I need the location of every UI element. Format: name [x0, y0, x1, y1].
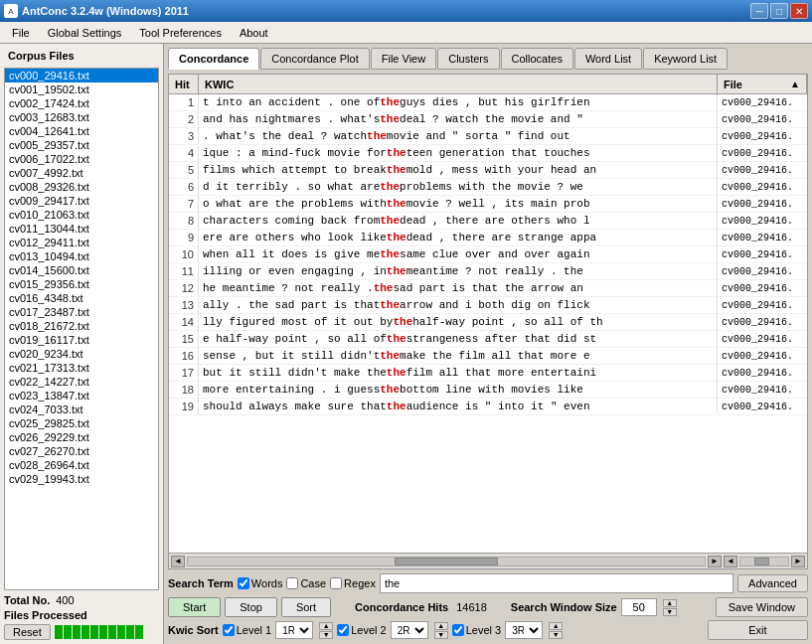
tab-collocates[interactable]: Collocates: [501, 48, 573, 70]
corpus-file-item[interactable]: cv017_23487.txt: [5, 305, 158, 319]
words-checkbox-label[interactable]: Words: [238, 577, 283, 589]
corpus-file-item[interactable]: cv016_4348.txt: [5, 291, 158, 305]
corpus-file-item[interactable]: cv004_12641.txt: [5, 124, 158, 138]
search-input[interactable]: [380, 573, 733, 593]
table-row[interactable]: 15e half-way point , so all of the stran…: [169, 331, 807, 348]
stop-button[interactable]: Stop: [225, 597, 277, 617]
close-button[interactable]: ✕: [790, 3, 808, 19]
tab-word-list[interactable]: Word List: [574, 48, 642, 70]
table-row[interactable]: 10 when all it does is give me the same …: [169, 246, 807, 263]
corpus-file-item[interactable]: cv022_14227.txt: [5, 375, 158, 389]
table-row[interactable]: 9ere are others who look like the dead ,…: [169, 230, 807, 246]
regex-checkbox-label[interactable]: Regex: [330, 577, 376, 589]
horizontal-scrollbar[interactable]: ◄ ► ◄ ►: [169, 553, 807, 568]
corpus-file-item[interactable]: cv005_29357.txt: [5, 138, 158, 152]
level2-spinner-down[interactable]: ▼: [434, 631, 448, 639]
level2-spinner[interactable]: ▲ ▼: [434, 622, 448, 639]
search-window-spinner[interactable]: ▲ ▼: [663, 599, 677, 616]
corpus-file-item[interactable]: cv014_15600.txt: [5, 263, 158, 277]
corpus-file-item[interactable]: cv028_26964.txt: [5, 458, 158, 472]
words-checkbox[interactable]: [238, 577, 249, 589]
menu-file[interactable]: File: [4, 25, 38, 41]
level2-checkbox[interactable]: [337, 624, 349, 636]
corpus-file-item[interactable]: cv010_21063.txt: [5, 208, 158, 222]
table-row[interactable]: 18more entertaining . i guess the bottom…: [169, 382, 807, 399]
horizontal-scroll-track[interactable]: [187, 557, 706, 566]
exit-button[interactable]: Exit: [708, 620, 808, 640]
table-row[interactable]: 12he meantime ? not really . the sad par…: [169, 280, 807, 297]
tab-file-view[interactable]: File View: [371, 48, 436, 70]
level1-checkbox-label[interactable]: Level 1: [223, 624, 271, 636]
tab-clusters[interactable]: Clusters: [437, 48, 499, 70]
spinner-up-button[interactable]: ▲: [663, 599, 677, 607]
table-row[interactable]: 19should always make sure that the audie…: [169, 399, 807, 415]
menu-tool-preferences[interactable]: Tool Preferences: [131, 25, 230, 41]
corpus-file-item[interactable]: cv012_29411.txt: [5, 236, 158, 249]
table-row[interactable]: 1t into an accident . one of the guys di…: [169, 94, 807, 111]
tab-concordance[interactable]: Concordance: [168, 48, 259, 70]
spinner-down-button[interactable]: ▼: [663, 608, 677, 616]
table-row[interactable]: 5films which attempt to break the mold ,…: [169, 162, 807, 179]
table-row[interactable]: 4ique : a mind-fuck movie for the teen g…: [169, 145, 807, 162]
table-row[interactable]: 11illing or even engaging , in the meant…: [169, 263, 807, 280]
table-row[interactable]: 8 characters coming back from the dead ,…: [169, 213, 807, 230]
level3-spinner-up[interactable]: ▲: [549, 622, 563, 630]
corpus-file-item[interactable]: cv024_7033.txt: [5, 402, 158, 416]
table-row[interactable]: 7o what are the problems with the movie …: [169, 196, 807, 213]
scroll-left2-button[interactable]: ◄: [724, 556, 737, 567]
level2-checkbox-label[interactable]: Level 2: [337, 624, 386, 636]
corpus-file-item[interactable]: cv027_26270.txt: [5, 444, 158, 458]
level3-spinner[interactable]: ▲ ▼: [549, 622, 563, 639]
corpus-file-item[interactable]: cv002_17424.txt: [5, 96, 158, 110]
corpus-file-item[interactable]: cv000_29416.txt: [5, 69, 158, 82]
case-checkbox-label[interactable]: Case: [286, 577, 326, 589]
save-window-button[interactable]: Save Window: [716, 597, 808, 617]
level1-spinner-down[interactable]: ▼: [319, 631, 333, 639]
level3-spinner-down[interactable]: ▼: [549, 631, 563, 639]
search-window-input[interactable]: [621, 598, 657, 616]
level1-spinner[interactable]: ▲ ▼: [319, 622, 333, 639]
scroll-right-button[interactable]: ►: [708, 556, 722, 567]
tab-keyword-list[interactable]: Keyword List: [643, 48, 728, 70]
corpus-file-item[interactable]: cv029_19943.txt: [5, 472, 158, 486]
level1-select[interactable]: 1R1L2R2L: [275, 621, 313, 639]
sort-file-icon[interactable]: ▲: [790, 79, 800, 89]
level3-select[interactable]: 3R1L1R2L2R: [505, 621, 543, 639]
corpus-file-item[interactable]: cv001_19502.txt: [5, 82, 158, 96]
menu-about[interactable]: About: [232, 25, 276, 41]
table-row[interactable]: 14lly figured most of it out by the half…: [169, 314, 807, 331]
corpus-file-item[interactable]: cv023_13847.txt: [5, 389, 158, 402]
corpus-file-item[interactable]: cv018_21672.txt: [5, 319, 158, 333]
corpus-file-item[interactable]: cv007_4992.txt: [5, 166, 158, 180]
scroll-left-button[interactable]: ◄: [171, 556, 185, 567]
level1-checkbox[interactable]: [223, 624, 235, 636]
level3-checkbox[interactable]: [452, 624, 464, 636]
corpus-file-item[interactable]: cv013_10494.txt: [5, 249, 158, 263]
horizontal-scroll-thumb[interactable]: [395, 558, 498, 565]
scroll-right2-button[interactable]: ►: [791, 556, 805, 567]
minimize-button[interactable]: ─: [750, 3, 768, 19]
menu-global-settings[interactable]: Global Settings: [40, 25, 130, 41]
table-row[interactable]: 17but it still didn't make the the film …: [169, 365, 807, 382]
corpus-file-list[interactable]: cv000_29416.txtcv001_19502.txtcv002_1742…: [4, 68, 159, 590]
corpus-file-item[interactable]: cv011_13044.txt: [5, 222, 158, 236]
level2-spinner-up[interactable]: ▲: [434, 622, 448, 630]
reset-button[interactable]: Reset: [4, 624, 51, 640]
table-row[interactable]: 6d it terribly . so what are the problem…: [169, 179, 807, 196]
level3-checkbox-label[interactable]: Level 3: [452, 624, 501, 636]
corpus-file-item[interactable]: cv006_17022.txt: [5, 152, 158, 166]
horizontal-scroll-thumb2[interactable]: [754, 558, 768, 565]
corpus-file-item[interactable]: cv019_16117.txt: [5, 333, 158, 347]
corpus-file-item[interactable]: cv008_29326.txt: [5, 180, 158, 194]
corpus-file-item[interactable]: cv020_9234.txt: [5, 347, 158, 361]
corpus-file-item[interactable]: cv025_29825.txt: [5, 416, 158, 430]
sort-button[interactable]: Sort: [281, 597, 331, 617]
horizontal-scroll-track2[interactable]: [739, 557, 789, 566]
table-row[interactable]: 3 . what's the deal ? watch the movie an…: [169, 128, 807, 145]
corpus-file-item[interactable]: cv021_17313.txt: [5, 361, 158, 375]
corpus-file-item[interactable]: cv003_12683.txt: [5, 110, 158, 124]
case-checkbox[interactable]: [286, 577, 298, 589]
corpus-file-item[interactable]: cv009_29417.txt: [5, 194, 158, 208]
results-body[interactable]: 1t into an accident . one of the guys di…: [169, 94, 807, 553]
start-button[interactable]: Start: [168, 597, 221, 617]
